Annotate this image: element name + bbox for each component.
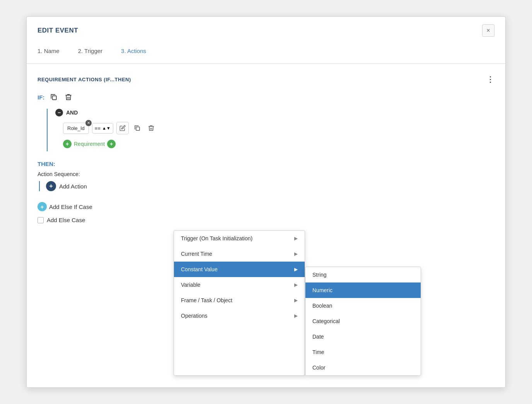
modal-title: EDIT EVENT — [38, 27, 78, 34]
add-requirement-before-button[interactable]: + — [63, 140, 72, 148]
arrow-icon: ▶ — [294, 251, 298, 257]
add-else-if-label: Add Else If Case — [49, 204, 92, 210]
submenu-item-string[interactable]: String — [305, 267, 421, 282]
submenu-item-numeric[interactable]: Numeric — [305, 282, 421, 298]
add-else-case-checkbox[interactable] — [38, 217, 44, 223]
and-label: AND — [66, 110, 78, 116]
content-area: REQUIREMENT ACTIONS (IF...THEN) ⋮ IF: − … — [27, 64, 505, 234]
tab-actions[interactable]: 3. Actions — [121, 48, 146, 56]
remove-field-button[interactable]: ✕ — [85, 120, 92, 126]
primary-dropdown: Trigger (On Task Initialization) ▶ Curre… — [174, 230, 305, 376]
then-label: THEN: — [38, 161, 494, 167]
dropdown-item-variable[interactable]: Variable ▶ — [174, 277, 305, 293]
delete-if-icon[interactable] — [63, 92, 74, 103]
dropdown-item-operations[interactable]: Operations ▶ — [174, 308, 305, 324]
svg-rect-0 — [53, 96, 56, 100]
tabs-container: 1. Name 2. Trigger 3. Actions — [27, 43, 505, 64]
add-else-case-row: Add Else Case — [38, 217, 494, 223]
requirement-row: + Requirement + — [63, 140, 494, 148]
submenu-item-color[interactable]: Color — [305, 360, 421, 375]
if-label: IF: — [38, 92, 494, 103]
tab-name[interactable]: 1. Name — [38, 48, 60, 56]
edit-condition-button[interactable] — [116, 122, 129, 134]
arrow-icon: ▶ — [294, 236, 298, 241]
condition-row: Role_Id ✕ == ▲▼ — [63, 122, 494, 134]
section-title: REQUIREMENT ACTIONS (IF...THEN) — [38, 77, 131, 82]
delete-condition-icon[interactable] — [146, 123, 157, 134]
arrow-icon: ▶ — [294, 282, 298, 288]
add-else-case-label: Add Else Case — [47, 217, 85, 223]
submenu-item-boolean[interactable]: Boolean — [305, 298, 421, 313]
arrow-icon: ▶ — [294, 298, 298, 303]
arrow-icon: ▶ — [294, 267, 298, 272]
condition-tree: − AND Role_Id ✕ == ▲▼ — [47, 109, 494, 151]
modal: EDIT EVENT × 1. Name 2. Trigger 3. Actio… — [26, 16, 506, 388]
dropdown-item-trigger[interactable]: Trigger (On Task Initialization) ▶ — [174, 231, 305, 246]
requirement-label: Requirement — [74, 141, 105, 147]
add-action-icon: + — [46, 181, 56, 191]
section-header: REQUIREMENT ACTIONS (IF...THEN) ⋮ — [38, 75, 494, 84]
submenu-constant-value: String Numeric Boolean Categorical Date … — [305, 267, 421, 376]
more-options-icon[interactable]: ⋮ — [486, 75, 494, 84]
submenu-item-time[interactable]: Time — [305, 344, 421, 360]
action-sequence-body: + Add Action — [39, 181, 494, 191]
and-node: − AND — [55, 109, 494, 116]
add-else-if-icon: + — [38, 202, 47, 211]
dropdown-item-frame-task-object[interactable]: Frame / Task / Object ▶ — [174, 293, 305, 308]
close-button[interactable]: × — [482, 24, 494, 37]
operator-select[interactable]: == ▲▼ — [92, 123, 113, 134]
modal-header: EDIT EVENT × — [27, 17, 505, 43]
field-box: Role_Id ✕ — [63, 123, 89, 134]
add-requirement-after-button[interactable]: + — [107, 140, 116, 148]
action-sequence-label: Action Sequence: — [38, 171, 494, 177]
tab-trigger[interactable]: 2. Trigger — [78, 48, 102, 56]
dropdown-item-current-time[interactable]: Current Time ▶ — [174, 246, 305, 262]
submenu-item-date[interactable]: Date — [305, 329, 421, 344]
collapse-and-button[interactable]: − — [55, 109, 63, 116]
dropdown-item-constant-value[interactable]: Constant Value ▶ — [174, 262, 305, 277]
add-else-if-button[interactable]: + Add Else If Case — [38, 202, 494, 211]
svg-rect-1 — [136, 127, 140, 130]
copy-condition-icon[interactable] — [132, 123, 143, 134]
submenu-item-categorical[interactable]: Categorical — [305, 313, 421, 329]
arrow-icon: ▶ — [294, 313, 298, 318]
then-section: THEN: Action Sequence: + Add Action — [38, 161, 494, 191]
dropdown-container: Trigger (On Task Initialization) ▶ Curre… — [174, 230, 421, 376]
add-action-button[interactable]: + Add Action — [46, 181, 494, 191]
add-action-label: Add Action — [59, 183, 87, 190]
copy-if-icon[interactable] — [48, 92, 59, 103]
